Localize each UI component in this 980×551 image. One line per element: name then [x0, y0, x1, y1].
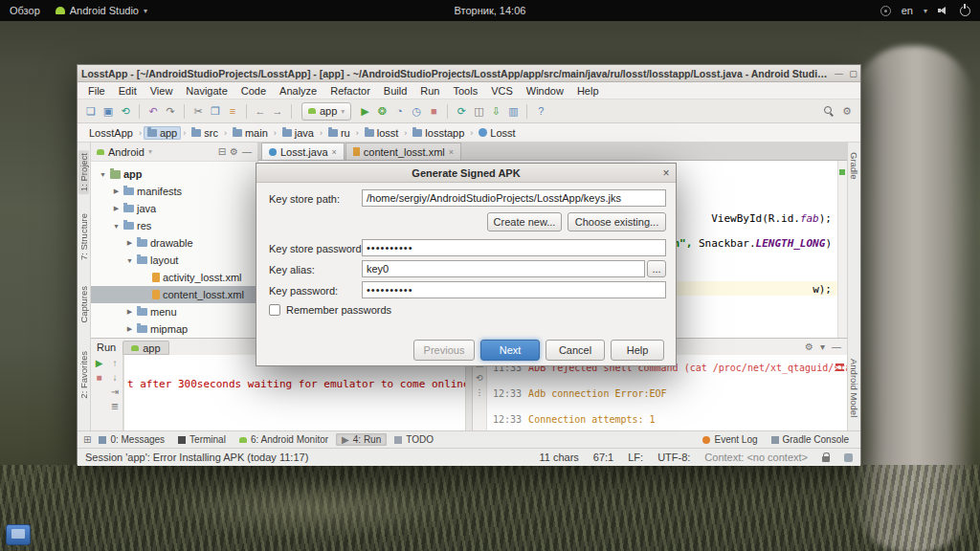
menu-code[interactable]: Code — [234, 85, 273, 97]
toolwindow-structure-button[interactable]: 7: Structure — [78, 213, 89, 260]
tree-item-manifests[interactable]: ▶ manifests — [91, 183, 257, 200]
next-button[interactable]: Next — [480, 340, 540, 361]
cut-icon[interactable]: ✂ — [190, 103, 206, 119]
hide-panel-icon[interactable]: — — [242, 146, 252, 157]
sdk-manager-icon[interactable]: ⇩ — [488, 103, 503, 119]
toolwindow-gradle-button[interactable]: Gradle — [849, 152, 859, 180]
breadcrumb-src[interactable]: src — [188, 126, 222, 140]
tree-item-content-losst-xml[interactable]: content_losst.xml — [91, 286, 257, 303]
settings-gear-icon[interactable]: ⚙ — [839, 103, 855, 119]
tab-content-losst-xml[interactable]: content_losst.xml × — [345, 143, 461, 160]
forward-icon[interactable]: → — [270, 103, 285, 119]
paste-icon[interactable]: ≡ — [225, 103, 240, 119]
file-encoding[interactable]: UTF-8: — [657, 452, 690, 463]
key-store-path-field[interactable] — [362, 189, 666, 207]
browse-alias-button[interactable]: ... — [647, 260, 666, 277]
line-separator[interactable]: LF: — [628, 452, 643, 463]
create-new-button[interactable]: Create new... — [487, 212, 562, 231]
back-icon[interactable]: ← — [253, 103, 268, 119]
menu-build[interactable]: Build — [377, 85, 413, 97]
tree-item-layout[interactable]: ▼ layout — [91, 252, 257, 269]
menu-view[interactable]: View — [144, 85, 180, 97]
breadcrumb-ru[interactable]: ru — [324, 126, 354, 140]
breadcrumb-losst[interactable]: losst — [361, 126, 403, 140]
close-icon[interactable]: × — [449, 147, 454, 157]
chevron-down-icon[interactable]: ▼ — [112, 223, 121, 230]
tree-item-java[interactable]: ▶ java — [91, 200, 257, 217]
tree-item-drawable[interactable]: ▶ drawable — [91, 234, 257, 252]
toolwindow-captures-button[interactable]: Captures — [78, 286, 89, 323]
search-icon[interactable] — [823, 105, 835, 117]
stop-icon[interactable]: ■ — [426, 103, 441, 119]
menu-help[interactable]: Help — [570, 85, 606, 97]
window-titlebar[interactable]: LosstApp - [~/AndroidStudioProjects/Loss… — [78, 65, 860, 82]
chevron-down-icon[interactable]: ▼ — [125, 257, 134, 264]
menu-refactor[interactable]: Refactor — [323, 85, 377, 97]
chevron-down-icon[interactable]: ▼ — [99, 171, 107, 178]
minimize-button[interactable]: — — [832, 66, 846, 81]
device-monitor-icon[interactable]: ▥ — [505, 103, 521, 119]
close-icon[interactable]: × — [332, 147, 337, 157]
toolwindow-messages-button[interactable]: 0: Messages — [93, 433, 170, 446]
undo-icon[interactable]: ↶ — [145, 103, 161, 119]
run-tab-app[interactable]: app — [122, 341, 168, 355]
restart-icon[interactable]: ⟲ — [476, 373, 483, 383]
key-password-field[interactable] — [362, 281, 666, 298]
volume-icon[interactable] — [938, 6, 949, 15]
tab-losst-java[interactable]: Losst.java × — [261, 143, 345, 160]
choose-existing-button[interactable]: Choose existing... — [568, 212, 666, 231]
toolwindow-run-button[interactable]: ▶ 4: Run — [336, 433, 387, 446]
event-log-button[interactable]: Event Log — [697, 433, 763, 446]
menu-navigate[interactable]: Navigate — [179, 85, 234, 97]
breadcrumb-java[interactable]: java — [278, 126, 318, 140]
redo-icon[interactable]: ↷ — [163, 103, 178, 119]
key-alias-field[interactable] — [362, 260, 645, 277]
app-menu-button[interactable]: Android Studio ▾ — [56, 5, 147, 16]
keyboard-layout[interactable]: en — [902, 5, 913, 16]
lock-icon[interactable] — [822, 456, 830, 462]
breadcrumb-main[interactable]: main — [229, 126, 272, 140]
settings-gear-icon[interactable]: ⚙ — [805, 342, 813, 352]
avd-manager-icon[interactable]: ◫ — [471, 103, 486, 119]
chevron-right-icon[interactable]: ▶ — [125, 239, 134, 247]
breadcrumb-class[interactable]: Losst — [475, 126, 519, 140]
help-icon[interactable]: ? — [533, 103, 548, 119]
status-indicator-icon[interactable] — [880, 6, 891, 16]
tree-item-activity-losst-xml[interactable]: activity_losst.xml — [91, 269, 257, 286]
stop-icon[interactable]: ■ — [96, 373, 101, 383]
hide-panel-icon[interactable]: — — [832, 342, 841, 352]
run-configuration-select[interactable]: app ▾ — [301, 102, 351, 121]
dialog-titlebar[interactable]: Generate Signed APK × — [256, 164, 676, 183]
run-icon[interactable]: ▶ — [357, 103, 372, 119]
inspections-profile-icon[interactable] — [844, 453, 853, 462]
previous-button[interactable]: Previous — [413, 340, 475, 361]
collapse-panel-icon[interactable]: ▾ — [820, 342, 825, 352]
menu-window[interactable]: Window — [520, 85, 570, 97]
chevron-right-icon[interactable]: ▶ — [125, 308, 134, 316]
tree-item-res[interactable]: ▼ res — [91, 217, 257, 234]
breadcrumb-project[interactable]: LosstApp — [85, 126, 137, 140]
power-icon[interactable] — [960, 6, 970, 16]
coverage-icon[interactable]: ◔ — [391, 103, 407, 119]
profiler-icon[interactable]: ◷ — [409, 103, 424, 119]
menu-run[interactable]: Run — [413, 85, 446, 97]
gradle-sync-icon[interactable]: ⟳ — [454, 103, 469, 119]
tree-item-menu[interactable]: ▶ menu — [91, 303, 257, 320]
chevron-right-icon[interactable]: ▶ — [112, 205, 121, 212]
remember-passwords-checkbox[interactable]: Remember passwords — [269, 304, 391, 316]
more-icon[interactable]: ⋮ — [476, 387, 484, 397]
soft-wrap-icon[interactable]: ≣ — [111, 402, 119, 411]
taskbar-item[interactable] — [6, 524, 31, 545]
close-icon[interactable]: × — [657, 166, 676, 180]
down-arrow-icon[interactable]: ↓ — [113, 373, 118, 383]
menu-analyze[interactable]: Analyze — [273, 85, 323, 97]
toolwindow-android-model-button[interactable]: Android Model — [849, 359, 859, 417]
gradle-console-button[interactable]: Gradle Console — [766, 433, 855, 446]
maximize-button[interactable]: ▢ — [846, 66, 860, 81]
breadcrumb-app[interactable]: app — [144, 126, 181, 140]
copy-icon[interactable]: ❐ — [208, 103, 223, 119]
settings-gear-icon[interactable]: ⚙ — [230, 146, 238, 157]
cancel-button[interactable]: Cancel — [546, 340, 605, 361]
tree-item-mipmap[interactable]: ▶ mipmap — [91, 320, 257, 338]
open-icon[interactable]: ❏ — [83, 103, 99, 119]
